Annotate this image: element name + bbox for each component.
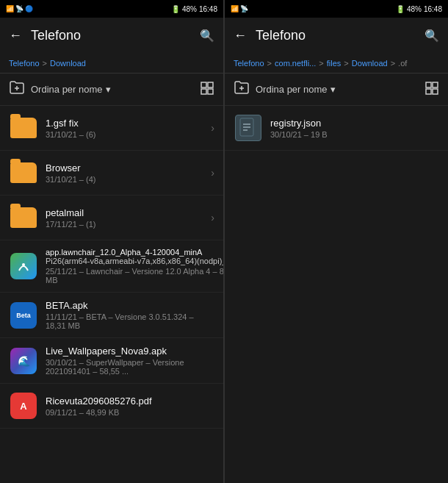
right-add-folder-icon[interactable] xyxy=(234,80,250,99)
left-battery-icon: 🔋 xyxy=(171,5,180,13)
file-name: petalmail xyxy=(46,207,211,218)
file-info: registry.json 30/10/21 – 19 B xyxy=(270,118,439,139)
right-breadcrumb-sep4: > xyxy=(391,59,395,68)
list-item[interactable]: Browser 31/10/21 – (4) › xyxy=(0,151,223,196)
left-search-button[interactable]: 🔍 xyxy=(197,26,217,46)
list-item[interactable]: 🌊 Live_Wallpapers_Nova9.apk 30/10/21 – S… xyxy=(0,338,223,384)
left-add-folder-icon[interactable] xyxy=(9,80,25,99)
app-icon xyxy=(234,113,263,143)
right-sort-label: Ordina per nome xyxy=(256,84,328,95)
list-item[interactable]: app.lawnchair_12.0_Alpha_4-120004_minA P… xyxy=(0,240,223,293)
right-grid-button[interactable] xyxy=(424,81,439,99)
right-battery-pct: 48% xyxy=(407,5,422,13)
right-status-icons: 📶 📡 xyxy=(231,5,248,12)
right-status-bar: 📶 📡 🔋 48% 16:48 xyxy=(225,0,448,18)
left-sort-arrow: ▾ xyxy=(106,84,111,95)
file-name: Ricevuta2096085276.pdf xyxy=(46,396,214,407)
left-breadcrumb: Telefono > Download xyxy=(0,53,223,74)
list-item[interactable]: A Ricevuta2096085276.pdf 09/11/21 – 48,9… xyxy=(0,384,223,429)
app-icon xyxy=(9,251,38,281)
file-meta: 31/10/21 – (6) xyxy=(46,130,211,139)
left-top-bar: ← Telefono 🔍 xyxy=(0,18,223,53)
right-breadcrumb-download[interactable]: Download xyxy=(352,59,388,68)
file-name: registry.json xyxy=(270,118,439,129)
left-breadcrumb-sep: > xyxy=(43,59,47,68)
list-item[interactable]: 1.gsf fix 31/10/21 – (6) › xyxy=(0,106,223,151)
right-time: 16:48 xyxy=(424,5,442,13)
folder-icon xyxy=(9,158,38,187)
file-meta: 11/11/21 – BETA – Versione 3.0.51.324 – … xyxy=(46,312,214,330)
file-name: app.lawnchair_12.0_Alpha_4-120004_minA xyxy=(46,248,223,257)
left-sort-button[interactable]: Ordina per nome ▾ xyxy=(31,84,111,95)
right-breadcrumb: Telefono > com.netfli... > files > Downl… xyxy=(225,53,448,74)
left-breadcrumb-telefono[interactable]: Telefono xyxy=(9,59,40,68)
right-wifi-icon: 📡 xyxy=(240,5,248,12)
file-meta: 25/11/21 – Lawnchair – Versione 12.0 Alp… xyxy=(46,267,223,285)
left-breadcrumb-download[interactable]: Download xyxy=(50,59,86,68)
file-name-2: Pi26(arm64-v8a,armeabi-v7a,x86,x86_64)(n… xyxy=(46,257,223,265)
right-panel: 📶 📡 🔋 48% 16:48 ← Telefono 🔍 Telefono > … xyxy=(224,0,448,483)
file-meta: 09/11/21 – 48,99 KB xyxy=(46,408,214,417)
left-back-button[interactable]: ← xyxy=(6,25,25,46)
file-name: BETA.apk xyxy=(46,300,214,311)
file-name: Browser xyxy=(46,162,211,173)
svg-rect-5 xyxy=(208,89,213,94)
chevron-right-icon: › xyxy=(211,167,214,179)
left-signal-icon: 📶 xyxy=(6,5,14,12)
app-icon: A xyxy=(9,391,38,421)
svg-rect-11 xyxy=(426,89,431,94)
file-info: app.lawnchair_12.0_Alpha_4-120004_minA P… xyxy=(46,248,223,285)
left-toolbar-left: Ordina per nome ▾ xyxy=(9,80,194,99)
right-status-right: 🔋 48% 16:48 xyxy=(396,5,442,13)
svg-rect-9 xyxy=(426,82,431,87)
wallpaper-icon: 🌊 xyxy=(10,348,37,374)
right-sort-arrow: ▾ xyxy=(330,84,336,95)
file-info: Browser 31/10/21 – (4) xyxy=(46,162,211,184)
chevron-right-icon: › xyxy=(211,212,214,223)
file-info: Live_Wallpapers_Nova9.apk 30/10/21 – Sup… xyxy=(46,346,214,376)
svg-rect-3 xyxy=(208,82,213,87)
left-bt-icon: 🔵 xyxy=(25,5,33,12)
right-breadcrumb-telefono[interactable]: Telefono xyxy=(234,59,264,68)
file-name: 1.gsf fix xyxy=(46,118,211,129)
chevron-right-icon: › xyxy=(211,122,214,134)
left-grid-button[interactable] xyxy=(200,81,214,99)
right-back-button[interactable]: ← xyxy=(231,25,250,46)
list-item[interactable]: Beta BETA.apk 11/11/21 – BETA – Versione… xyxy=(0,293,223,338)
svg-rect-12 xyxy=(433,89,438,94)
left-panel: 📶 📡 🔵 🔋 48% 16:48 ← Telefono 🔍 Telefono … xyxy=(0,0,224,483)
beta-icon: Beta xyxy=(10,302,37,329)
pdf-icon: A xyxy=(10,393,37,419)
left-toolbar: Ordina per nome ▾ xyxy=(0,74,223,106)
left-title: Telefono xyxy=(31,28,191,43)
svg-rect-2 xyxy=(201,82,206,87)
right-breadcrumb-sep3: > xyxy=(344,59,348,68)
svg-rect-4 xyxy=(201,89,206,94)
right-sort-button[interactable]: Ordina per nome ▾ xyxy=(256,84,336,95)
left-wifi-icon: 📡 xyxy=(15,5,24,12)
file-meta: 30/10/21 – 19 B xyxy=(270,130,439,139)
left-time: 16:48 xyxy=(199,5,217,13)
list-item[interactable]: registry.json 30/10/21 – 19 B xyxy=(225,106,448,151)
right-title: Telefono xyxy=(256,28,416,43)
lawnchair-icon xyxy=(10,253,37,279)
right-toolbar: Ordina per nome ▾ xyxy=(225,74,448,106)
file-name: Live_Wallpapers_Nova9.apk xyxy=(46,346,214,357)
file-meta: 30/10/21 – SuperWallpaper – Versione 202… xyxy=(46,358,214,376)
folder-icon xyxy=(9,113,38,143)
left-status-bar: 📶 📡 🔵 🔋 48% 16:48 xyxy=(0,0,223,18)
file-meta: 31/10/21 – (4) xyxy=(46,175,211,184)
svg-point-6 xyxy=(22,263,25,266)
app-icon: 🌊 xyxy=(9,346,38,376)
left-sort-label: Ordina per nome xyxy=(31,84,103,95)
list-item[interactable]: petalmail 17/11/21 – (1) › xyxy=(0,196,223,240)
right-breadcrumb-netflix[interactable]: com.netfli... xyxy=(275,59,316,68)
right-breadcrumb-files[interactable]: files xyxy=(327,59,342,68)
folder-icon xyxy=(9,203,38,232)
right-search-button[interactable]: 🔍 xyxy=(422,26,442,46)
right-toolbar-left: Ordina per nome ▾ xyxy=(234,80,419,99)
file-meta: 17/11/21 – (1) xyxy=(46,220,211,229)
right-top-bar: ← Telefono 🔍 xyxy=(225,18,448,53)
right-signal-icon: 📶 xyxy=(231,5,239,12)
file-info: BETA.apk 11/11/21 – BETA – Versione 3.0.… xyxy=(46,300,214,330)
